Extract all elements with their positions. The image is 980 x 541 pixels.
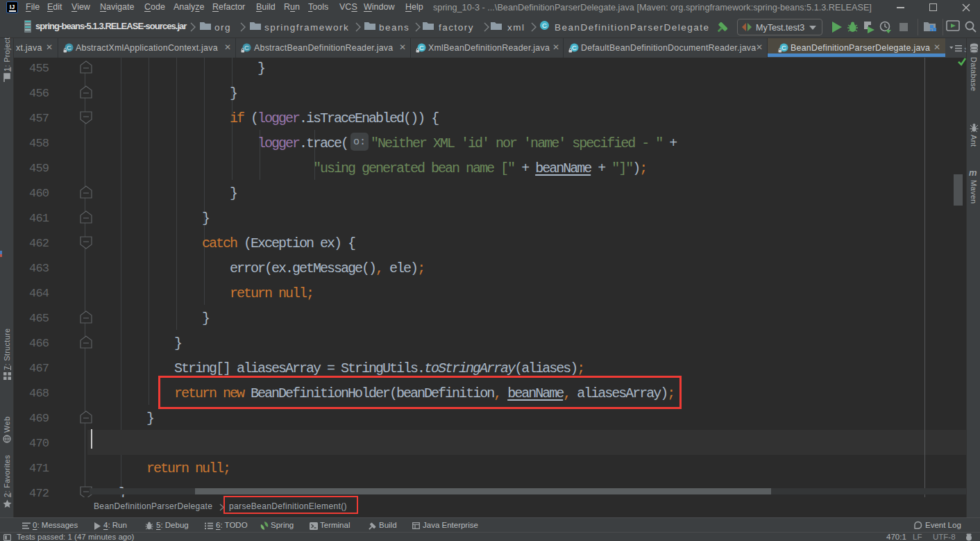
svg-text:C: C: [244, 44, 249, 51]
svg-text:C: C: [542, 22, 547, 29]
svg-text:C: C: [67, 44, 71, 51]
svg-text:C: C: [782, 44, 786, 51]
svg-text:C: C: [419, 44, 424, 51]
svg-text:C: C: [572, 44, 577, 51]
